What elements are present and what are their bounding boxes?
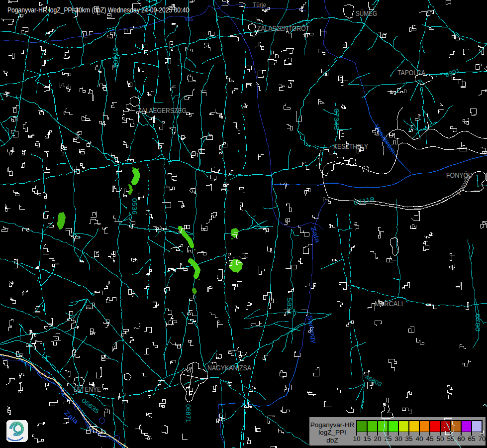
svg-text:dbZ: dbZ [326,437,338,444]
svg-text:30: 30 [394,435,402,443]
svg-text:40: 40 [415,435,423,443]
svg-text:0536: 0536 [131,198,138,215]
svg-text:KESZTHELY: KESZTHELY [333,142,369,150]
svg-text:35: 35 [405,435,412,443]
svg-text:Türje: Türje [253,1,266,8]
svg-text:07343: 07343 [333,109,340,130]
svg-text:60: 60 [457,435,465,443]
svg-text:5831: 5831 [286,298,292,315]
svg-text:TAPOLCA: TAPOLCA [397,69,426,77]
svg-text:50: 50 [436,435,444,443]
svg-text:LETENYE: LETENYE [74,385,101,393]
svg-text:06871: 06871 [185,404,192,423]
svg-text:Poganyvar-HR: Poganyvar-HR [310,421,355,429]
svg-text:55: 55 [447,435,454,443]
svg-text:ZALAEGERSZEG: ZALAEGERSZEG [138,107,187,114]
svg-text:MARCALI: MARCALI [375,300,403,308]
svg-text:10: 10 [353,435,360,443]
svg-text:Poganyvar-HR logZ_PPI 30km (db: Poganyvar-HR logZ_PPI 30km (dbZ) Wednesd… [7,5,189,14]
svg-text:SÜMEG: SÜMEG [356,9,377,17]
svg-text:15: 15 [363,435,371,443]
svg-text:20: 20 [374,435,381,443]
svg-text:45: 45 [426,435,433,443]
svg-text:65: 65 [468,435,475,443]
svg-text:6790: 6790 [474,314,481,332]
svg-text:logZ_PPI: logZ_PPI [318,429,346,436]
svg-text:ZALASZENTGRÓT: ZALASZENTGRÓT [257,24,309,32]
svg-text:70: 70 [478,435,486,443]
svg-text:07404: 07404 [112,47,119,68]
svg-text:NAGYKANIZSA: NAGYKANIZSA [207,364,252,372]
svg-text:Vas: Vas [185,15,193,22]
